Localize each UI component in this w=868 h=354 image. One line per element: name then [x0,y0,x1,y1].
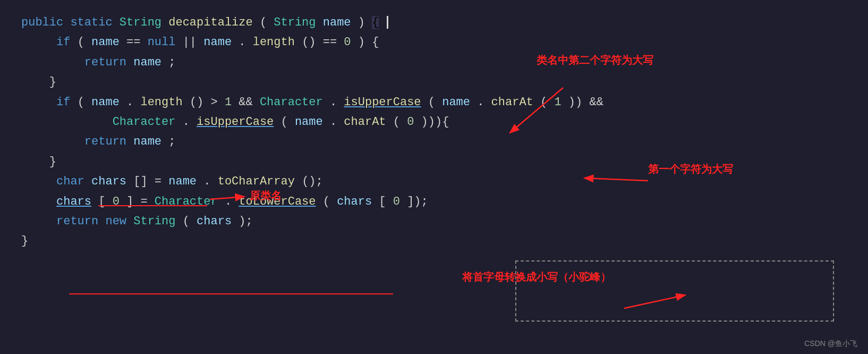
code-block: public static String decapitalize ( Stri… [21,13,847,251]
keyword-public: public [21,16,63,29]
annotation-second-char-uppercase: 类名中第二个字符为大写 [537,53,653,68]
param-type: String [274,16,316,29]
code-line-4: } [21,72,847,92]
code-line-1: public static String decapitalize ( Stri… [21,13,847,32]
code-line-12: } [21,231,847,251]
code-line-2: if ( name == null || name . length () ==… [21,32,847,52]
code-container: public static String decapitalize ( Stri… [0,0,868,354]
code-line-6: Character . isUpperCase ( name . charAt … [21,112,847,132]
open-brace: { [372,16,379,29]
keyword-static: static [70,16,112,29]
param-name: name [323,16,351,29]
code-line-5: if ( name . length () > 1 && Character .… [21,92,847,112]
code-line-10: chars [ 0 ] = Character . toLowerCase ( … [21,192,847,212]
code-line-7: return name ; [21,132,847,151]
watermark: CSDN @鱼小飞 [804,339,857,349]
code-line-11: return new String ( chars ); [21,212,847,231]
annotation-first-char-uppercase: 第一个字符为大写 [648,162,733,176]
annotation-lowercase-first: 将首字母转换成小写（小驼峰） [462,270,611,284]
method-decapitalize: decapitalize [168,16,252,29]
code-line-3: return name ; [21,53,847,72]
type-string: String [120,16,161,29]
annotation-original-classname: 原类名 [250,189,282,203]
cursor [387,16,388,29]
